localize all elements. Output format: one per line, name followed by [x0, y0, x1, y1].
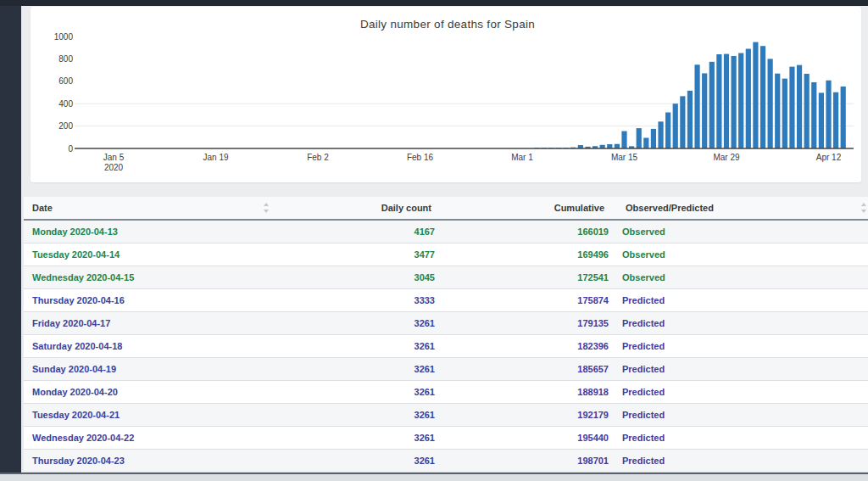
- bar: [643, 137, 648, 148]
- bar: [797, 65, 802, 148]
- x-tick-label: Feb 16: [407, 153, 434, 162]
- collapsed-sidebar: [0, 6, 21, 473]
- column-header-label: Daily count: [381, 203, 431, 213]
- bar: [724, 54, 729, 148]
- bar: [694, 64, 699, 148]
- daily-count-cell: 3261: [271, 358, 442, 380]
- bar: [804, 74, 810, 148]
- cumulative-cell: 179135: [442, 312, 615, 334]
- x-tick-label: Feb 2: [307, 153, 329, 162]
- date-cell: Monday 2020-04-13: [24, 221, 271, 243]
- bar: [746, 49, 751, 148]
- y-tick-label: 600: [58, 76, 73, 86]
- daily-count-cell: 3261: [271, 427, 442, 449]
- chart-card: 02004006008001000Jan 52020Jan 19Feb 2Feb…: [31, 7, 861, 182]
- cumulative-cell: 195440: [442, 427, 615, 449]
- x-tick-sublabel: 2020: [104, 163, 124, 172]
- bar: [658, 121, 663, 148]
- bar: [826, 81, 831, 148]
- bar: [760, 46, 765, 148]
- date-cell: Friday 2020-04-17: [24, 312, 271, 334]
- column-header-label: Cumulative: [554, 203, 604, 213]
- column-header-date[interactable]: Date: [24, 197, 271, 219]
- status-cell: Observed: [615, 243, 868, 266]
- bar: [753, 42, 758, 148]
- status-cell: Predicted: [615, 289, 868, 311]
- bar: [702, 73, 707, 148]
- y-tick-label: 0: [68, 144, 73, 154]
- y-tick-label: 200: [58, 121, 73, 131]
- status-cell: Predicted: [615, 312, 868, 334]
- bar: [811, 82, 816, 148]
- bar: [651, 129, 656, 148]
- date-cell: Thursday 2020-04-23: [24, 450, 271, 472]
- x-tick-label: Mar 29: [713, 153, 740, 162]
- bar: [621, 131, 626, 148]
- date-cell: Wednesday 2020-04-22: [24, 427, 271, 449]
- table-row: Thursday 2020-04-233261198701Predicted: [24, 450, 868, 473]
- bar: [680, 96, 685, 148]
- status-cell: Predicted: [615, 427, 868, 449]
- sort-icon[interactable]: [263, 203, 269, 213]
- table-row: Saturday 2020-04-183261182396Predicted: [24, 335, 868, 358]
- x-tick-label: Mar 1: [511, 153, 533, 162]
- date-cell: Tuesday 2020-04-14: [24, 243, 271, 266]
- status-cell: Predicted: [615, 335, 868, 357]
- status-cell: Predicted: [615, 450, 868, 472]
- x-tick-label: Jan 5: [103, 153, 125, 162]
- deaths-bar-chart: 02004006008001000Jan 52020Jan 19Feb 2Feb…: [31, 7, 861, 182]
- column-header-daily-count[interactable]: Daily count: [271, 197, 442, 219]
- cumulative-cell: 172541: [442, 266, 615, 288]
- top-bar: [0, 0, 868, 6]
- daily-count-cell: 4167: [271, 221, 442, 243]
- column-header-observed-predicted[interactable]: Observed/Predicted: [615, 197, 868, 219]
- status-cell: Observed: [615, 221, 868, 243]
- table-row: Tuesday 2020-04-143477169496Observed: [24, 243, 868, 266]
- table-row: Wednesday 2020-04-153045172541Observed: [24, 266, 868, 289]
- x-tick-label: Apr 12: [816, 153, 842, 162]
- table-header: Date Daily count Cumulative Observed/Pre…: [24, 197, 868, 221]
- bar: [738, 53, 743, 148]
- status-cell: Observed: [615, 266, 868, 288]
- daily-count-cell: 3261: [271, 450, 442, 472]
- column-header-cumulative[interactable]: Cumulative: [442, 197, 615, 219]
- date-cell: Tuesday 2020-04-21: [24, 404, 271, 426]
- table-row: Monday 2020-04-203261188918Predicted: [24, 381, 868, 404]
- status-cell: Predicted: [615, 404, 868, 426]
- bar: [731, 56, 736, 148]
- date-cell: Saturday 2020-04-18: [24, 335, 271, 357]
- cumulative-cell: 188918: [442, 381, 615, 403]
- daily-count-cell: 3261: [271, 335, 442, 357]
- bar: [819, 92, 824, 148]
- cumulative-cell: 166019: [442, 221, 615, 243]
- bar: [716, 54, 721, 148]
- table-row: Friday 2020-04-173261179135Predicted: [24, 312, 868, 335]
- horizontal-scrollbar[interactable]: [0, 473, 868, 481]
- x-tick-label: Jan 19: [203, 153, 228, 162]
- daily-count-cell: 3477: [271, 243, 442, 266]
- date-cell: Wednesday 2020-04-15: [24, 266, 271, 288]
- status-cell: Predicted: [615, 358, 868, 380]
- bar: [687, 91, 693, 148]
- table-row: Thursday 2020-04-163333175874Predicted: [24, 289, 868, 312]
- daily-count-cell: 3333: [271, 289, 442, 311]
- cumulative-cell: 175874: [442, 289, 615, 311]
- daily-count-cell: 3261: [271, 312, 442, 334]
- date-cell: Thursday 2020-04-16: [24, 289, 271, 311]
- cumulative-cell: 198701: [442, 450, 615, 472]
- x-tick-label: Mar 15: [611, 153, 638, 162]
- date-cell: Sunday 2020-04-19: [24, 358, 271, 380]
- daily-count-cell: 3261: [271, 404, 442, 426]
- cumulative-cell: 169496: [442, 243, 615, 266]
- bar: [637, 128, 642, 148]
- column-header-label: Date: [32, 203, 53, 213]
- y-tick-label: 1000: [54, 32, 74, 42]
- bar: [709, 62, 715, 148]
- table-body: Monday 2020-04-134167166019ObservedTuesd…: [24, 221, 868, 473]
- sort-icon[interactable]: [860, 203, 866, 213]
- cumulative-cell: 185657: [442, 358, 615, 380]
- column-header-label: Observed/Predicted: [626, 203, 714, 213]
- chart-title: Daily number of deaths for Spain: [360, 18, 535, 31]
- bar: [665, 113, 670, 149]
- date-cell: Monday 2020-04-20: [24, 381, 271, 403]
